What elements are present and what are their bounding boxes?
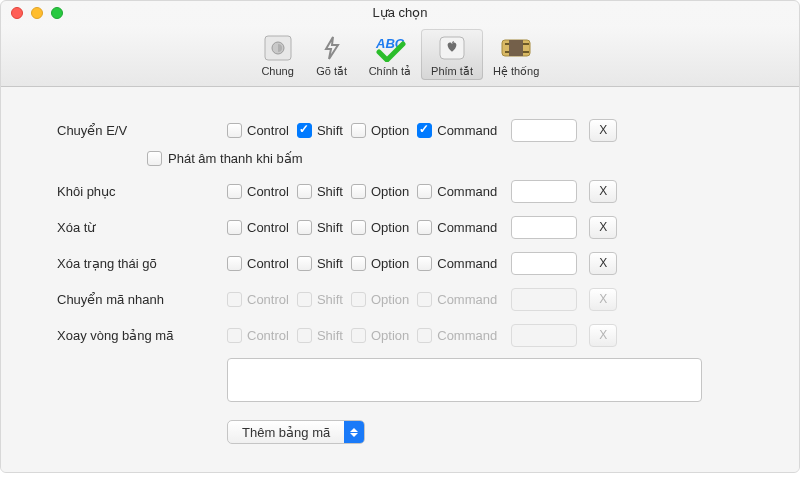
clear-button[interactable]: X (589, 180, 617, 203)
mod-label: Shift (317, 184, 343, 199)
mod-label: Control (247, 184, 289, 199)
checkbox-control (227, 328, 242, 343)
toolbar-tab-keyboard-shortcuts[interactable]: Phím tắt (421, 29, 483, 80)
mod-label: Option (371, 292, 409, 307)
mod-label: Control (247, 123, 289, 138)
modifier-group: Control Shift Option Command X (227, 119, 617, 142)
shortcut-row: Xoay vòng bảng mã Control Shift Option C… (57, 320, 743, 350)
window-title: Lựa chọn (372, 5, 427, 20)
mod-option: Option (351, 123, 409, 138)
select-value: Thêm bảng mã (228, 425, 344, 440)
mod-label: Shift (317, 256, 343, 271)
mod-control: Control (227, 123, 289, 138)
mod-label: Shift (317, 328, 343, 343)
checkbox-option[interactable] (351, 256, 366, 271)
checkbox-command (417, 292, 432, 307)
checkbox-shift[interactable] (297, 220, 312, 235)
checkbox-option[interactable] (351, 220, 366, 235)
modifier-group: Control Shift Option Command X (227, 216, 617, 239)
modifier-group: Control Shift Option Command X (227, 180, 617, 203)
modifier-group: Control Shift Option Command X (227, 288, 617, 311)
shortcut-row: Khôi phục Control Shift Option Command X (57, 176, 743, 206)
mod-command: Command (417, 123, 497, 138)
clear-button[interactable]: X (589, 119, 617, 142)
checkbox-command (417, 328, 432, 343)
clear-button: X (589, 288, 617, 311)
play-sound-label: Phát âm thanh khi bấm (168, 151, 302, 166)
key-input[interactable] (511, 216, 577, 239)
checkbox-command[interactable] (417, 256, 432, 271)
svg-rect-7 (509, 40, 523, 56)
checkbox-option (351, 328, 366, 343)
mod-label: Command (437, 184, 497, 199)
encoding-list-field[interactable] (227, 358, 702, 402)
clear-button[interactable]: X (589, 252, 617, 275)
checkbox-option[interactable] (351, 184, 366, 199)
close-icon[interactable] (11, 7, 23, 19)
zoom-icon[interactable] (51, 7, 63, 19)
checkbox-shift[interactable] (297, 184, 312, 199)
clear-button[interactable]: X (589, 216, 617, 239)
mod-label: Command (437, 256, 497, 271)
mod-label: Control (247, 328, 289, 343)
checkbox-play-sound[interactable] (147, 151, 162, 166)
toolbar: Chung Gõ tắt ABC Chính tả Phím tắt Hệ th… (1, 25, 799, 87)
checkbox-control[interactable] (227, 123, 242, 138)
checkbox-option (351, 292, 366, 307)
row-label: Xoay vòng bảng mã (57, 328, 227, 343)
checkbox-shift (297, 292, 312, 307)
mod-label: Control (247, 256, 289, 271)
checkbox-shift[interactable] (297, 123, 312, 138)
row-label: Xóa từ (57, 220, 227, 235)
toolbar-tab-system[interactable]: Hệ thống (483, 29, 549, 80)
toolbar-tab-spelling[interactable]: ABC Chính tả (359, 29, 421, 80)
key-input[interactable] (511, 180, 577, 203)
mod-label: Option (371, 220, 409, 235)
mod-label: Shift (317, 292, 343, 307)
mod-label: Command (437, 123, 497, 138)
modifier-group: Control Shift Option Command X (227, 252, 617, 275)
checkbox-control[interactable] (227, 256, 242, 271)
checkbox-shift[interactable] (297, 256, 312, 271)
checkbox-command[interactable] (417, 184, 432, 199)
traffic-lights (11, 7, 63, 19)
shortcut-row: Chuyển E/V Control Shift Option Command … (57, 115, 743, 145)
checkbox-shift (297, 328, 312, 343)
play-sound-sub-row: Phát âm thanh khi bấm (147, 151, 743, 166)
encoding-select-wrap: Thêm bảng mã (227, 420, 743, 444)
mod-label: Control (247, 292, 289, 307)
chevron-updown-icon (344, 420, 364, 444)
general-icon (261, 33, 295, 63)
key-input[interactable] (511, 119, 577, 142)
checkbox-command[interactable] (417, 220, 432, 235)
toolbar-tab-label: Hệ thống (493, 65, 539, 78)
modifier-group: Control Shift Option Command X (227, 324, 617, 347)
mod-label: Option (371, 328, 409, 343)
minimize-icon[interactable] (31, 7, 43, 19)
toolbar-tab-label: Gõ tắt (316, 65, 347, 78)
encoding-select[interactable]: Thêm bảng mã (227, 420, 365, 444)
mod-label: Command (437, 292, 497, 307)
checkbox-control[interactable] (227, 184, 242, 199)
mod-label: Control (247, 220, 289, 235)
toolbar-tab-shortcuts-typing[interactable]: Gõ tắt (305, 29, 359, 80)
shortcut-row: Chuyển mã nhanh Control Shift Option Com… (57, 284, 743, 314)
toolbar-tab-general[interactable]: Chung (251, 29, 305, 80)
checkbox-option[interactable] (351, 123, 366, 138)
key-input (511, 324, 577, 347)
mod-label: Command (437, 328, 497, 343)
shortcut-row: Xóa trạng thái gõ Control Shift Option C… (57, 248, 743, 278)
toolbar-tab-label: Phím tắt (431, 65, 473, 78)
lightning-icon (315, 33, 349, 63)
clear-button: X (589, 324, 617, 347)
toolbar-tab-label: Chính tả (369, 65, 411, 78)
row-label: Khôi phục (57, 184, 227, 199)
toolbar-tab-label: Chung (261, 65, 293, 77)
checkbox-command[interactable] (417, 123, 432, 138)
checkbox-control[interactable] (227, 220, 242, 235)
mod-label: Command (437, 220, 497, 235)
titlebar: Lựa chọn (1, 1, 799, 25)
key-input[interactable] (511, 252, 577, 275)
mod-label: Shift (317, 220, 343, 235)
row-label: Xóa trạng thái gõ (57, 256, 227, 271)
